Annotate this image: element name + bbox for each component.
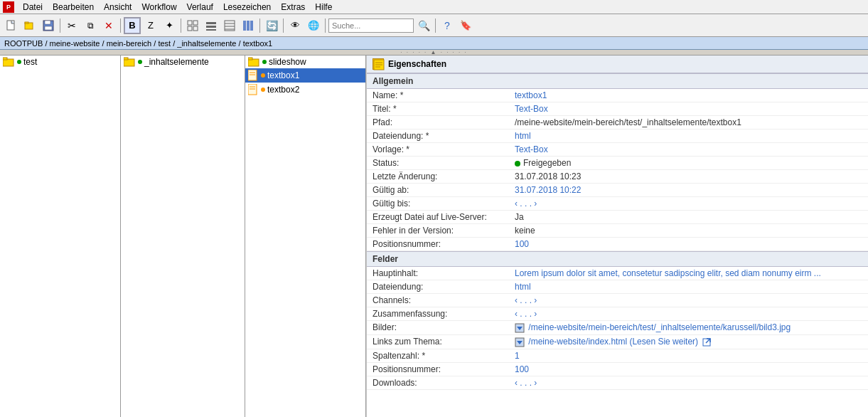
zusammenfassung-link[interactable]: ‹ . . . › [515, 309, 537, 319]
titel-link[interactable]: Text-Box [515, 104, 548, 114]
help-button[interactable]: ? [439, 17, 456, 34]
menu-datei[interactable]: Datei [18, 1, 47, 13]
field-label-zusammenfassung: Zusammenfassung: [367, 307, 509, 321]
field-label-bilder: Bilder: [367, 321, 509, 335]
search-button[interactable]: 🔍 [415, 17, 432, 34]
refresh-button[interactable]: 🔄 [263, 17, 280, 34]
delete-button[interactable]: ✕ [100, 17, 117, 34]
table-row: Channels: ‹ . . . › [367, 294, 868, 307]
field-value-spaltenzahl[interactable]: 1 [509, 349, 868, 362]
table-row: Positionsnummer: 100 [367, 238, 868, 251]
menu-lesezeichen[interactable]: Lesezeichen [219, 1, 275, 13]
tree-item-slideshow[interactable]: slideshow [245, 56, 365, 68]
table-row: Pfad: /meine-website/mein-bereich/test/_… [367, 116, 868, 130]
sep4 [259, 19, 260, 33]
menu-ansicht[interactable]: Ansicht [100, 1, 136, 13]
field-value-channels[interactable]: ‹ . . . › [509, 294, 868, 307]
grid2-button[interactable] [203, 17, 220, 34]
downloads-link[interactable]: ‹ . . . › [515, 378, 537, 388]
tree-item-textbox2[interactable]: textbox2 [245, 83, 365, 97]
bookmark-button[interactable]: 🔖 [457, 17, 474, 34]
field-label-positionsnr: Positionsnummer: [367, 362, 509, 376]
table-row: Letzte Änderung: 31.07.2018 10:23 [367, 170, 868, 184]
status-green-dot [515, 161, 520, 167]
field-value-zusammenfassung[interactable]: ‹ . . . › [509, 307, 868, 321]
section-felder: Felder [367, 251, 868, 267]
menu-extras[interactable]: Extras [277, 1, 309, 13]
menu-hilfe[interactable]: Hilfe [311, 1, 336, 13]
felder-table: Hauptinhalt: Lorem ipsum dolor sit amet,… [367, 267, 868, 390]
table-row: Titel: * Text-Box [367, 102, 868, 116]
table-row: Name: * textbox1 [367, 89, 868, 102]
table-row: Spaltenzahl: * 1 [367, 349, 868, 362]
tree-item-test[interactable]: test [0, 56, 120, 68]
menu-bearbeiten[interactable]: Bearbeiten [48, 1, 98, 13]
name-link[interactable]: textbox1 [515, 90, 547, 100]
dateiendung2-link[interactable]: html [515, 282, 531, 292]
status-dot-textbox2 [261, 88, 265, 92]
table-row: Links zum Thema: /meine-website/index.ht… [367, 334, 868, 349]
new-button[interactable] [3, 17, 20, 34]
field-value-links[interactable]: /meine-website/index.html (Lesen Sie wei… [509, 334, 868, 349]
field-value-downloads[interactable]: ‹ . . . › [509, 376, 868, 389]
field-value-hauptinhalt[interactable]: Lorem ipsum dolor sit amet, consetetur s… [509, 267, 868, 280]
web-button[interactable]: 🌐 [305, 17, 322, 34]
field-value-fehler: keine [509, 224, 868, 238]
open-button[interactable] [21, 17, 38, 34]
table-row: Erzeugt Datei auf Live-Server: Ja [367, 211, 868, 224]
field-value-dateiend2[interactable]: html [509, 280, 868, 294]
field-value-gueltig-bis[interactable]: ‹ . . . › [509, 197, 868, 211]
sep6 [325, 19, 326, 33]
field-value-positionsnr[interactable]: 100 [509, 362, 868, 376]
gueltig-bis-link[interactable]: ‹ . . . › [515, 199, 537, 208]
svg-rect-9 [193, 26, 198, 31]
tree-item-textbox1[interactable]: textbox1 [245, 68, 365, 83]
breadcrumb-text: ROOTPUB / meine-website / mein-bereich /… [4, 39, 272, 48]
bold-button[interactable]: B [124, 17, 141, 34]
z-button[interactable]: Z [142, 17, 159, 34]
table-row: Gültig ab: 31.07.2018 10:22 [367, 184, 868, 197]
table-row: Zusammenfassung: ‹ . . . › [367, 307, 868, 321]
hauptinhalt-link[interactable]: Lorem ipsum dolor sit amet, consetetur s… [515, 268, 821, 278]
svg-rect-10 [206, 22, 216, 24]
field-value-name[interactable]: textbox1 [509, 89, 868, 102]
links-link[interactable]: /meine-website/index.html (Lesen Sie wei… [528, 337, 698, 347]
star-button[interactable]: ✦ [161, 17, 178, 34]
field-label-links: Links zum Thema: [367, 334, 509, 349]
svg-line-41 [706, 339, 710, 343]
grid1-button[interactable] [184, 17, 201, 34]
positionsnr-link[interactable]: 100 [515, 364, 529, 374]
spaltenzahl-link[interactable]: 1 [515, 351, 520, 361]
field-value-vorlage[interactable]: Text-Box [509, 143, 868, 157]
cut-button[interactable]: ✂ [63, 17, 80, 34]
save-button[interactable] [40, 17, 57, 34]
tree-item-inhaltselemente[interactable]: _inhaltselemente [121, 56, 245, 68]
field-value-bilder[interactable]: /meine-website/mein-bereich/test/_inhalt… [509, 321, 868, 335]
position-allg-link[interactable]: 100 [515, 239, 529, 249]
channels-link[interactable]: ‹ . . . › [515, 295, 537, 305]
grid3-button[interactable] [221, 17, 238, 34]
svg-rect-25 [248, 58, 252, 60]
gueltig-ab-link[interactable]: 31.07.2018 10:22 [515, 185, 581, 195]
tree-label-test: test [23, 57, 37, 67]
svg-rect-7 [193, 21, 198, 25]
view-button[interactable]: 👁 [286, 17, 304, 34]
menu-workflow[interactable]: Workflow [137, 1, 181, 13]
grid4-button[interactable] [240, 17, 257, 34]
field-label-status: Status: [367, 157, 509, 170]
menu-verlauf[interactable]: Verlauf [183, 1, 218, 13]
field-value-dateiendung[interactable]: html [509, 130, 868, 143]
allgemein-table: Name: * textbox1 Titel: * Text-Box Pfad:… [367, 89, 868, 251]
bilder-link[interactable]: /meine-website/mein-bereich/test/_inhalt… [528, 322, 791, 332]
field-value-titel[interactable]: Text-Box [509, 102, 868, 116]
copy-button[interactable]: ⧉ [82, 17, 99, 34]
search-input[interactable] [328, 19, 414, 33]
field-value-gueltig-ab[interactable]: 31.07.2018 10:22 [509, 184, 868, 197]
vorlage-link[interactable]: Text-Box [515, 144, 548, 154]
section-allgemein: Allgemein [367, 73, 868, 89]
dateiendung-link[interactable]: html [515, 131, 531, 141]
field-value-position-allg[interactable]: 100 [509, 238, 868, 251]
splitter-bar[interactable]: · · · · · ▲ · · · · · [0, 50, 868, 56]
status-dot-inhalt [138, 60, 142, 64]
field-value-letzte: 31.07.2018 10:23 [509, 170, 868, 184]
